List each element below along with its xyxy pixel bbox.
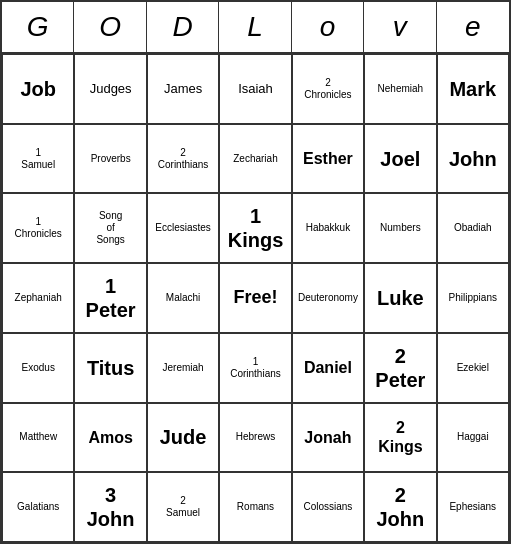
cell-text-r5-c2: Jude — [160, 425, 207, 449]
cell-r6-c5[interactable]: 2 John — [364, 472, 436, 542]
cell-text-r2-c6: Obadiah — [454, 222, 492, 234]
cell-r1-c4[interactable]: Esther — [292, 124, 364, 194]
header-cell-e: e — [437, 2, 509, 52]
cell-text-r0-c6: Mark — [449, 77, 496, 101]
cell-text-r4-c0: Exodus — [22, 362, 55, 374]
cell-r4-c4[interactable]: Daniel — [292, 333, 364, 403]
cell-r6-c1[interactable]: 3 John — [74, 472, 146, 542]
cell-text-r5-c0: Matthew — [19, 431, 57, 443]
header-cell-G: G — [2, 2, 74, 52]
cell-r3-c6[interactable]: Philippians — [437, 263, 509, 333]
cell-text-r2-c5: Numbers — [380, 222, 421, 234]
cell-r1-c6[interactable]: John — [437, 124, 509, 194]
cell-text-r6-c4: Colossians — [303, 501, 352, 513]
cell-r6-c2[interactable]: 2 Samuel — [147, 472, 219, 542]
header-cell-D: D — [147, 2, 219, 52]
cell-text-r3-c6: Philippians — [449, 292, 497, 304]
cell-text-r6-c2: 2 Samuel — [166, 495, 200, 519]
cell-r2-c3[interactable]: 1 Kings — [219, 193, 291, 263]
cell-r4-c1[interactable]: Titus — [74, 333, 146, 403]
cell-text-r2-c2: Ecclesiastes — [155, 222, 211, 234]
cell-r0-c4[interactable]: 2 Chronicles — [292, 54, 364, 124]
cell-r3-c2[interactable]: Malachi — [147, 263, 219, 333]
cell-r3-c4[interactable]: Deuteronomy — [292, 263, 364, 333]
cell-text-r0-c2: James — [164, 81, 202, 97]
cell-text-r3-c2: Malachi — [166, 292, 200, 304]
cell-text-r5-c5: 2 Kings — [378, 418, 422, 456]
cell-text-r3-c0: Zephaniah — [15, 292, 62, 304]
cell-text-r4-c4: Daniel — [304, 358, 352, 377]
cell-text-r1-c5: Joel — [380, 147, 420, 171]
cell-r0-c3[interactable]: Isaiah — [219, 54, 291, 124]
cell-r6-c4[interactable]: Colossians — [292, 472, 364, 542]
cell-r1-c5[interactable]: Joel — [364, 124, 436, 194]
cell-r6-c6[interactable]: Ephesians — [437, 472, 509, 542]
cell-text-r4-c5: 2 Peter — [375, 344, 425, 392]
cell-r2-c4[interactable]: Habakkuk — [292, 193, 364, 263]
header-cell-O: O — [74, 2, 146, 52]
cell-text-r5-c1: Amos — [88, 428, 132, 447]
cell-text-r2-c4: Habakkuk — [306, 222, 350, 234]
cell-r4-c0[interactable]: Exodus — [2, 333, 74, 403]
cell-text-r4-c6: Ezekiel — [457, 362, 489, 374]
cell-r2-c6[interactable]: Obadiah — [437, 193, 509, 263]
cell-r4-c2[interactable]: Jeremiah — [147, 333, 219, 403]
cell-r6-c0[interactable]: Galatians — [2, 472, 74, 542]
cell-text-r6-c6: Ephesians — [449, 501, 496, 513]
cell-r4-c5[interactable]: 2 Peter — [364, 333, 436, 403]
cell-r6-c3[interactable]: Romans — [219, 472, 291, 542]
cell-r1-c3[interactable]: Zechariah — [219, 124, 291, 194]
header-row: GODLove — [2, 2, 509, 54]
cell-text-r0-c1: Judges — [90, 81, 132, 97]
cell-text-r2-c1: Song of Songs — [96, 210, 124, 246]
bingo-board: GODLove JobJudgesJamesIsaiah2 Chronicles… — [0, 0, 511, 544]
cell-r5-c6[interactable]: Haggai — [437, 403, 509, 473]
cell-r1-c2[interactable]: 2 Corinthians — [147, 124, 219, 194]
cell-text-r3-c3: Free! — [233, 287, 277, 309]
cell-text-r1-c4: Esther — [303, 149, 353, 168]
cell-text-r3-c4: Deuteronomy — [298, 292, 358, 304]
cell-text-r0-c3: Isaiah — [238, 81, 273, 97]
cell-r0-c2[interactable]: James — [147, 54, 219, 124]
bingo-grid: JobJudgesJamesIsaiah2 ChroniclesNehemiah… — [2, 54, 509, 542]
cell-r2-c1[interactable]: Song of Songs — [74, 193, 146, 263]
cell-r4-c3[interactable]: 1 Corinthians — [219, 333, 291, 403]
header-cell-L: L — [219, 2, 291, 52]
cell-r1-c1[interactable]: Proverbs — [74, 124, 146, 194]
cell-text-r4-c1: Titus — [87, 356, 134, 380]
cell-r3-c0[interactable]: Zephaniah — [2, 263, 74, 333]
cell-text-r6-c5: 2 John — [376, 483, 424, 531]
cell-text-r1-c0: 1 Samuel — [21, 147, 55, 171]
cell-text-r6-c1: 3 John — [87, 483, 135, 531]
cell-r4-c6[interactable]: Ezekiel — [437, 333, 509, 403]
cell-text-r0-c4: 2 Chronicles — [304, 77, 351, 101]
cell-text-r6-c0: Galatians — [17, 501, 59, 513]
cell-r2-c5[interactable]: Numbers — [364, 193, 436, 263]
cell-text-r1-c3: Zechariah — [233, 153, 277, 165]
cell-r5-c3[interactable]: Hebrews — [219, 403, 291, 473]
cell-r0-c0[interactable]: Job — [2, 54, 74, 124]
cell-text-r1-c6: John — [449, 147, 497, 171]
header-cell-v: v — [364, 2, 436, 52]
cell-r3-c5[interactable]: Luke — [364, 263, 436, 333]
cell-r2-c0[interactable]: 1 Chronicles — [2, 193, 74, 263]
cell-r5-c5[interactable]: 2 Kings — [364, 403, 436, 473]
cell-r1-c0[interactable]: 1 Samuel — [2, 124, 74, 194]
cell-r3-c1[interactable]: 1 Peter — [74, 263, 146, 333]
cell-r2-c2[interactable]: Ecclesiastes — [147, 193, 219, 263]
cell-r5-c2[interactable]: Jude — [147, 403, 219, 473]
cell-text-r5-c3: Hebrews — [236, 431, 275, 443]
cell-r5-c1[interactable]: Amos — [74, 403, 146, 473]
cell-r0-c1[interactable]: Judges — [74, 54, 146, 124]
cell-r0-c6[interactable]: Mark — [437, 54, 509, 124]
cell-r5-c4[interactable]: Jonah — [292, 403, 364, 473]
cell-text-r4-c2: Jeremiah — [162, 362, 203, 374]
cell-r0-c5[interactable]: Nehemiah — [364, 54, 436, 124]
cell-r3-c3[interactable]: Free! — [219, 263, 291, 333]
cell-r5-c0[interactable]: Matthew — [2, 403, 74, 473]
cell-text-r3-c5: Luke — [377, 286, 424, 310]
cell-text-r5-c4: Jonah — [304, 428, 351, 447]
cell-text-r1-c1: Proverbs — [91, 153, 131, 165]
cell-text-r4-c3: 1 Corinthians — [230, 356, 281, 380]
cell-text-r0-c5: Nehemiah — [378, 83, 424, 95]
